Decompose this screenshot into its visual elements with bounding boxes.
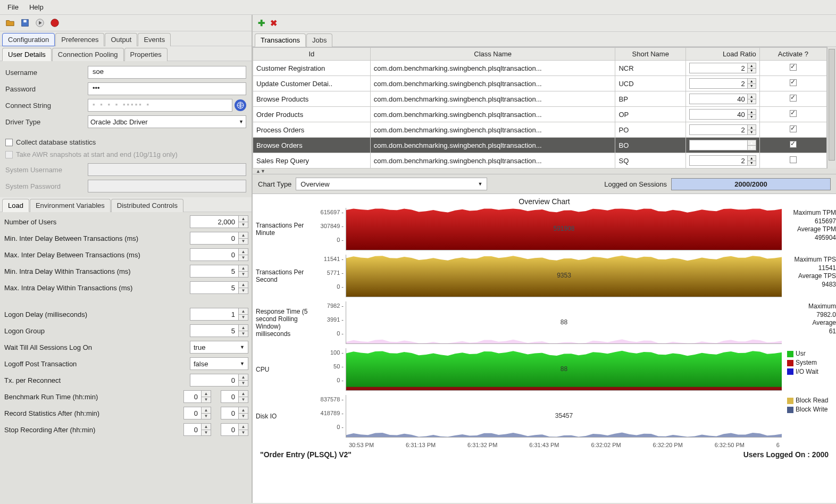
chart-label: Transactions Per Minute xyxy=(253,208,316,250)
th-activate[interactable]: Activate ? xyxy=(759,48,826,61)
delete-icon[interactable]: ✖ xyxy=(270,18,277,28)
globe-icon[interactable] xyxy=(235,99,246,111)
max-inter-label: Max. Inter Delay Between Transactions (m… xyxy=(4,251,190,259)
add-icon[interactable]: ✚ xyxy=(258,18,265,28)
chart-y-axis: 100 -50 -0 - xyxy=(316,348,346,391)
chart-label: Disk IO xyxy=(253,395,316,438)
chart-stats: Maximum TPS11541Average TPS9483 xyxy=(784,255,836,297)
take-awr-checkbox: Take AWR snapshots at start and end (10g… xyxy=(5,148,246,161)
logoff-post-select[interactable]: false▼ xyxy=(190,357,248,370)
table-row[interactable]: Order Products com.dom.benchmarking.swin… xyxy=(253,107,827,122)
logon-group-label: Logon Group xyxy=(4,327,190,335)
connect-string-label: Connect String xyxy=(5,102,88,110)
tab-user-details[interactable]: User Details xyxy=(2,48,52,61)
logon-delay-label: Logon Delay (milliseconds) xyxy=(4,310,190,318)
open-icon[interactable] xyxy=(5,18,15,28)
driver-type-select[interactable]: Oracle Jdbc Driver▼ xyxy=(88,115,246,128)
left-panel: Configuration Preferences Output Events … xyxy=(0,15,253,503)
chart-type-select[interactable]: Overview▼ xyxy=(296,178,487,190)
max-intra-label: Max. Intra Delay Within Transactions (ms… xyxy=(4,284,190,292)
chart-row: Transactions Per Minute615697 -307849 -0… xyxy=(253,208,836,250)
num-users-label: Number of Users xyxy=(4,218,190,226)
logoff-post-label: Logoff Post Transaction xyxy=(4,360,190,368)
username-input[interactable]: soe xyxy=(88,66,246,79)
footer-right: Users Logged On : 2000 xyxy=(743,450,829,459)
chart-y-axis: 11541 -5771 -0 - xyxy=(316,255,346,297)
username-label: Username xyxy=(5,69,88,77)
table-row[interactable]: Update Customer Detai.. com.dom.benchmar… xyxy=(253,76,827,91)
logon-group-spinner[interactable]: 5▲▼ xyxy=(190,324,248,337)
sys-username-label: System Username xyxy=(5,166,88,174)
tab-distributed[interactable]: Distributed Controls xyxy=(111,199,183,212)
min-inter-spinner[interactable]: 0▲▼ xyxy=(190,232,248,245)
chart-plot: 591908 xyxy=(346,208,782,250)
password-label: Password xyxy=(5,85,88,93)
right-toolbar: ✚ ✖ xyxy=(253,15,836,32)
tab-events[interactable]: Events xyxy=(138,33,171,46)
num-users-spinner[interactable]: 2,000▲▼ xyxy=(190,215,248,228)
table-row[interactable]: Browse Products com.dom.benchmarking.swi… xyxy=(253,91,827,107)
chart-row: CPU100 -50 -0 - 88UsrSystemI/O Wait xyxy=(253,348,836,391)
min-intra-spinner[interactable]: 5▲▼ xyxy=(190,265,248,278)
th-id[interactable]: Id xyxy=(253,48,371,61)
chart-row: Disk IO837578 -418789 -0 - 35457Block Re… xyxy=(253,395,836,438)
tx-reconnect-spinner[interactable]: 0▲▼ xyxy=(190,374,248,387)
chart-stats: UsrSystemI/O Wait xyxy=(784,348,836,391)
max-inter-spinner[interactable]: 0▲▼ xyxy=(190,248,248,261)
load-form: Number of Users 2,000▲▼ Min. Inter Delay… xyxy=(0,212,252,439)
menu-file[interactable]: File xyxy=(7,3,19,11)
tab-configuration[interactable]: Configuration xyxy=(2,33,55,46)
logon-delay-spinner[interactable]: 1▲▼ xyxy=(190,308,248,321)
svg-point-3 xyxy=(51,19,58,27)
record-after-h[interactable]: 0▲▼ xyxy=(183,407,211,419)
chart-y-axis: 837578 -418789 -0 - xyxy=(316,395,346,438)
th-class[interactable]: Class Name xyxy=(370,48,615,61)
max-intra-spinner[interactable]: 5▲▼ xyxy=(190,281,248,294)
footer-left: "Order Entry (PLSQL) V2" xyxy=(260,450,352,459)
left-toolbar xyxy=(0,15,252,31)
bench-time-m[interactable]: 0▲▼ xyxy=(221,390,248,403)
chart-plot: 35457 xyxy=(346,395,782,438)
password-input[interactable]: ••• xyxy=(88,82,246,95)
min-inter-label: Min. Inter Delay Between Transactions (m… xyxy=(4,234,190,242)
sys-password-label: System Password xyxy=(5,182,88,190)
connect-string-input[interactable]: ▪ ▪ ▪ ▪ ▪▪▪▪▪ ▪ xyxy=(88,99,232,112)
table-row[interactable]: Process Orders com.dom.benchmarking.swin… xyxy=(253,122,827,138)
wait-sessions-select[interactable]: true▼ xyxy=(190,341,248,354)
min-intra-label: Min. Intra Delay Within Transactions (ms… xyxy=(4,267,190,275)
chart-title: Overview Chart xyxy=(253,197,836,206)
table-scrollbar[interactable] xyxy=(827,47,836,169)
chart-x-axis: 30:53 PM6:31:13 PM6:31:32 PM6:31:43 PM6:… xyxy=(346,442,783,448)
record-after-m[interactable]: 0▲▼ xyxy=(221,407,248,419)
th-ratio[interactable]: Load Ratio xyxy=(685,48,759,61)
play-icon[interactable] xyxy=(35,18,45,28)
chart-label: Response Time (5 second Rolling Window) … xyxy=(253,301,316,344)
table-row[interactable]: Sales Rep Query com.dom.benchmarking.swi… xyxy=(253,153,827,169)
save-icon[interactable] xyxy=(20,18,30,28)
chart-row: Response Time (5 second Rolling Window) … xyxy=(253,301,836,344)
chart-stats: Maximum TPM615697Average TPM495904 xyxy=(784,208,836,250)
chart-label: Transactions Per Second xyxy=(253,255,316,297)
chart-type-label: Chart Type xyxy=(258,180,291,188)
bench-time-h[interactable]: 0▲▼ xyxy=(183,390,211,403)
tab-env-vars[interactable]: Environment Variables xyxy=(30,199,111,212)
tab-preferences[interactable]: Preferences xyxy=(55,33,104,46)
right-tabs: Transactions Jobs xyxy=(253,32,836,47)
tab-jobs[interactable]: Jobs xyxy=(306,33,332,47)
tab-output[interactable]: Output xyxy=(105,33,137,46)
stop-after-h[interactable]: 0▲▼ xyxy=(183,423,211,436)
collect-stats-checkbox[interactable]: Collect database statistics xyxy=(5,136,246,148)
tab-connection-pooling[interactable]: Connection Pooling xyxy=(52,48,124,61)
table-row[interactable]: Customer Registration com.dom.benchmarki… xyxy=(253,61,827,76)
stop-icon[interactable] xyxy=(50,18,60,28)
tab-properties[interactable]: Properties xyxy=(124,48,168,61)
sessions-box: 2000/2000 xyxy=(671,178,831,190)
tab-transactions[interactable]: Transactions xyxy=(255,33,306,47)
chart-plot: 88 xyxy=(346,348,782,391)
stop-after-m[interactable]: 0▲▼ xyxy=(221,423,248,436)
tab-load[interactable]: Load xyxy=(2,199,29,212)
menu-help[interactable]: Help xyxy=(29,3,44,11)
driver-type-label: Driver Type xyxy=(5,118,88,126)
table-row[interactable]: Browse Orders com.dom.benchmarking.swing… xyxy=(253,138,827,153)
th-short[interactable]: Short Name xyxy=(615,48,686,61)
